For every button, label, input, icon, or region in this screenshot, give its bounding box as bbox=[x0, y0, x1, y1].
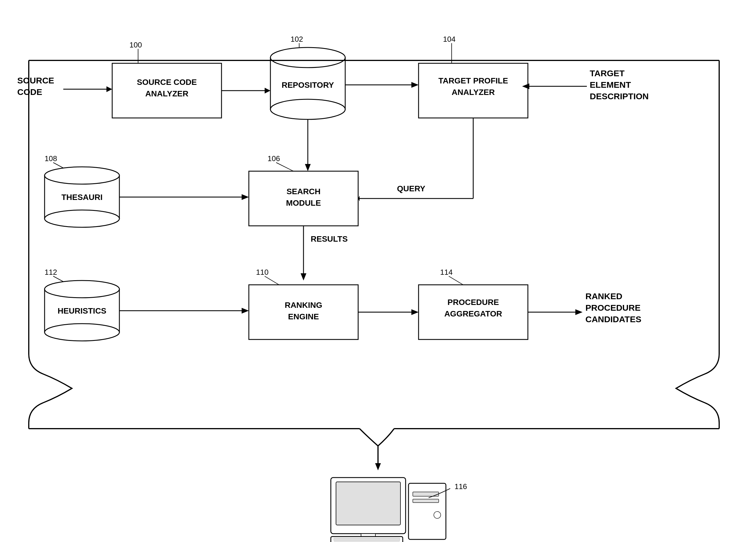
svg-marker-33 bbox=[242, 308, 249, 314]
ref-114: 114 bbox=[440, 268, 453, 276]
ref-110: 110 bbox=[256, 268, 268, 276]
search-module-text2: MODULE bbox=[286, 199, 321, 207]
ref-108: 108 bbox=[45, 154, 57, 163]
svg-point-18 bbox=[45, 167, 119, 184]
source-code-analyzer-text1: SOURCE CODE bbox=[137, 78, 197, 87]
thesauri-text: THESAURI bbox=[61, 193, 102, 202]
svg-marker-10 bbox=[305, 164, 311, 171]
svg-point-30 bbox=[45, 280, 119, 298]
source-code-label2: CODE bbox=[17, 87, 42, 97]
svg-marker-36 bbox=[411, 309, 419, 315]
ref-100: 100 bbox=[129, 41, 142, 49]
svg-point-19 bbox=[45, 210, 119, 227]
svg-point-8 bbox=[270, 99, 345, 119]
svg-marker-39 bbox=[575, 309, 583, 315]
ranking-engine-text2: ENGINE bbox=[288, 312, 319, 321]
diagram-svg: SOURCE CODE 100 SOURCE CODE ANALYZER 102… bbox=[0, 0, 756, 542]
svg-marker-44 bbox=[375, 463, 381, 470]
ref-106: 106 bbox=[268, 154, 280, 163]
diagram-container: SOURCE CODE 100 SOURCE CODE ANALYZER 102… bbox=[0, 0, 756, 542]
ref-102: 102 bbox=[291, 35, 303, 43]
target-element-desc-text2: ELEMENT bbox=[590, 80, 631, 89]
svg-line-37 bbox=[449, 276, 463, 285]
ranked-procedure-text2: PROCEDURE bbox=[585, 303, 641, 312]
ref-104: 104 bbox=[443, 35, 455, 43]
ranking-engine-text1: RANKING bbox=[285, 301, 322, 310]
procedure-aggregator-text2: AGGREGATOR bbox=[444, 309, 502, 318]
search-module-text1: SEARCH bbox=[287, 187, 320, 196]
svg-marker-27 bbox=[301, 273, 306, 280]
results-label: RESULTS bbox=[311, 234, 348, 243]
procedure-aggregator-text1: PROCEDURE bbox=[448, 298, 499, 307]
brace-path bbox=[29, 60, 72, 429]
svg-marker-12 bbox=[411, 82, 419, 88]
query-label: QUERY bbox=[397, 184, 425, 193]
source-code-analyzer-text2: ANALYZER bbox=[145, 89, 188, 98]
target-profile-analyzer-text2: ANALYZER bbox=[452, 88, 495, 97]
svg-point-31 bbox=[45, 324, 119, 341]
svg-marker-4 bbox=[265, 88, 270, 93]
source-code-label: SOURCE bbox=[17, 76, 54, 85]
svg-rect-51 bbox=[413, 499, 439, 503]
ranked-procedure-text3: CANDIDATES bbox=[585, 314, 641, 324]
svg-line-34 bbox=[265, 276, 279, 285]
ref-112: 112 bbox=[45, 268, 57, 276]
ref-116: 116 bbox=[455, 482, 467, 491]
repository-text: REPOSITORY bbox=[282, 81, 334, 89]
heuristics-text: HEURISTICS bbox=[58, 306, 106, 315]
target-element-desc-text1: TARGET bbox=[590, 68, 625, 78]
brace-right-path bbox=[676, 60, 719, 429]
ranked-procedure-text1: RANKED bbox=[585, 291, 622, 301]
svg-line-22 bbox=[276, 163, 293, 171]
target-profile-analyzer-text1: TARGET PROFILE bbox=[438, 76, 508, 85]
svg-marker-21 bbox=[242, 194, 249, 200]
target-element-desc-text3: DESCRIPTION bbox=[590, 91, 649, 101]
svg-marker-1 bbox=[106, 86, 112, 92]
svg-point-7 bbox=[270, 47, 345, 68]
svg-rect-54 bbox=[334, 538, 400, 541]
svg-rect-46 bbox=[336, 482, 400, 525]
